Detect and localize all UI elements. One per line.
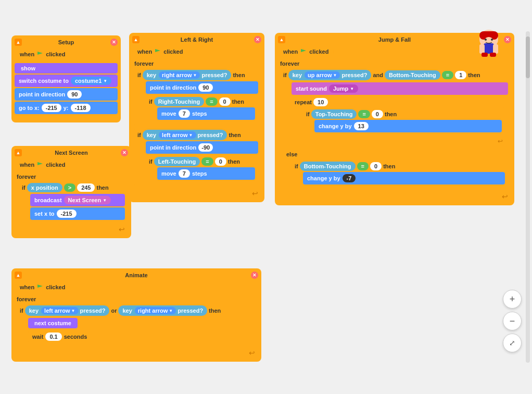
- lr-collapse[interactable]: ▲: [132, 36, 140, 43]
- left-right-panel: ▲ Left & Right ✕ when clicked forever if…: [129, 33, 264, 202]
- lr-key2-block[interactable]: key left arrow ▼ pressed?: [143, 130, 227, 140]
- switch-costume-block[interactable]: switch costume to costume1 ▼: [15, 75, 118, 87]
- jf-change-y1[interactable]: change y by 13: [314, 120, 502, 132]
- animate-panel: ▲ Animate ✕ when clicked forever if key …: [11, 268, 261, 362]
- lr-if-right-touching: if Right-Touching = 0 then move 7 steps: [146, 95, 258, 123]
- point-direction-block[interactable]: point in direction 90: [15, 88, 118, 101]
- scrollbar[interactable]: [526, 31, 530, 363]
- sprite-avatar: [472, 29, 506, 63]
- set-x-value[interactable]: -215: [57, 210, 77, 218]
- svg-marker-11: [37, 162, 43, 165]
- ns-if-block: if x position > 245 then broadcast Next …: [19, 181, 128, 224]
- lr-move1[interactable]: move 7 steps: [157, 107, 255, 120]
- ns-when-clicked: when clicked: [15, 158, 70, 171]
- broadcast-dropdown[interactable]: Next Screen ▼: [64, 196, 111, 204]
- jf-if-bottom-touching: if Bottom-Touching = 0 then change y by …: [292, 159, 508, 188]
- next-screen-close[interactable]: ✕: [121, 149, 128, 156]
- lr-title: Left & Right: [181, 36, 213, 43]
- lr-move2[interactable]: move 7 steps: [157, 167, 255, 180]
- broadcast-block[interactable]: broadcast Next Screen ▼: [30, 194, 125, 206]
- jf-if-main: if key up arrow ▼ pressed? and Bottom-To…: [280, 68, 511, 191]
- anim-forever: forever: [15, 295, 258, 303]
- x-position-block[interactable]: x position: [27, 183, 62, 192]
- jf-title: Jump & Fall: [378, 36, 411, 43]
- lr-key1-block[interactable]: key right arrow ▼ pressed?: [143, 70, 232, 80]
- anim-collapse[interactable]: ▲: [15, 272, 22, 279]
- jf-if-top-touching: if Top-Touching = 0 then change y by: [303, 107, 505, 136]
- anim-when-clicked: when clicked: [15, 281, 70, 293]
- next-screen-panel: ▲ Next Screen ✕ when clicked forever if …: [11, 146, 131, 238]
- svg-rect-3: [484, 43, 494, 54]
- zoom-out-button[interactable]: −: [503, 312, 522, 330]
- when-clicked-hat: when clicked: [15, 48, 70, 60]
- jf-collapse[interactable]: ▲: [278, 36, 285, 43]
- lr-if1: if key right arrow ▼ pressed? then point…: [134, 68, 261, 126]
- svg-point-8: [485, 39, 487, 41]
- svg-rect-7: [490, 53, 496, 57]
- lr-forever: forever: [132, 59, 261, 68]
- svg-marker-13: [301, 49, 306, 52]
- setup-title: Setup: [58, 39, 74, 45]
- y-value[interactable]: -118: [71, 104, 91, 112]
- setup-panel: ▲ Setup ✕ when clicked show switch costu…: [11, 35, 121, 122]
- anim-if-block: if key left arrow ▼ pressed? or key righ…: [17, 303, 258, 347]
- setup-close[interactable]: ✕: [110, 39, 118, 46]
- next-screen-title: Next Screen: [55, 150, 88, 156]
- svg-marker-10: [37, 52, 43, 55]
- show-block[interactable]: show: [15, 63, 118, 73]
- anim-title: Animate: [125, 272, 147, 278]
- svg-rect-4: [479, 44, 485, 54]
- svg-marker-12: [155, 49, 160, 52]
- lr-if2: if key left arrow ▼ pressed? then point …: [134, 128, 261, 186]
- lr-if-left-touching: if Left-Touching = 0 then move 7 steps: [146, 155, 258, 183]
- scrollbar-thumb[interactable]: [526, 36, 530, 78]
- costume-dropdown[interactable]: costume1 ▼: [71, 77, 111, 85]
- set-x-block[interactable]: set x to -215: [30, 207, 125, 220]
- svg-rect-5: [493, 44, 498, 54]
- greater-than-block[interactable]: >: [64, 183, 75, 192]
- next-screen-collapse[interactable]: ▲: [15, 149, 22, 156]
- jf-else-label: else: [283, 150, 508, 158]
- lr-point-dir1[interactable]: point in direction 90: [146, 81, 258, 94]
- jf-when-clicked: when clicked: [278, 45, 334, 58]
- direction-value[interactable]: 90: [67, 90, 82, 98]
- lr-point-dir2[interactable]: point in direction -90: [146, 141, 258, 154]
- ns-x-value[interactable]: 245: [77, 183, 95, 192]
- zoom-in-button[interactable]: +: [503, 290, 522, 309]
- jf-repeat: repeat 10 if Top-Touching = 0: [292, 96, 508, 148]
- anim-close[interactable]: ✕: [251, 272, 258, 279]
- zoom-controls: + − ⤢: [503, 290, 522, 352]
- jf-change-y2[interactable]: change y by -7: [303, 172, 505, 184]
- x-value[interactable]: -215: [42, 104, 61, 112]
- svg-point-9: [491, 39, 493, 41]
- svg-rect-6: [482, 53, 488, 57]
- panel-collapse-btn[interactable]: ▲: [15, 39, 22, 46]
- zoom-full-button[interactable]: ⤢: [503, 334, 522, 352]
- lr-close[interactable]: ✕: [254, 36, 261, 43]
- anim-wait[interactable]: wait 0.1 seconds: [28, 330, 255, 343]
- anim-next-costume[interactable]: next costume: [28, 318, 78, 328]
- jf-start-sound[interactable]: start sound Jump ▼: [292, 82, 508, 95]
- scratch-canvas: ▲ Setup ✕ when clicked show switch costu…: [0, 0, 532, 394]
- lr-when-clicked: when clicked: [132, 45, 188, 58]
- svg-marker-14: [37, 285, 43, 288]
- goto-xy-block[interactable]: go to x: -215 y: -118: [15, 102, 118, 114]
- ns-forever-label: forever: [15, 173, 128, 181]
